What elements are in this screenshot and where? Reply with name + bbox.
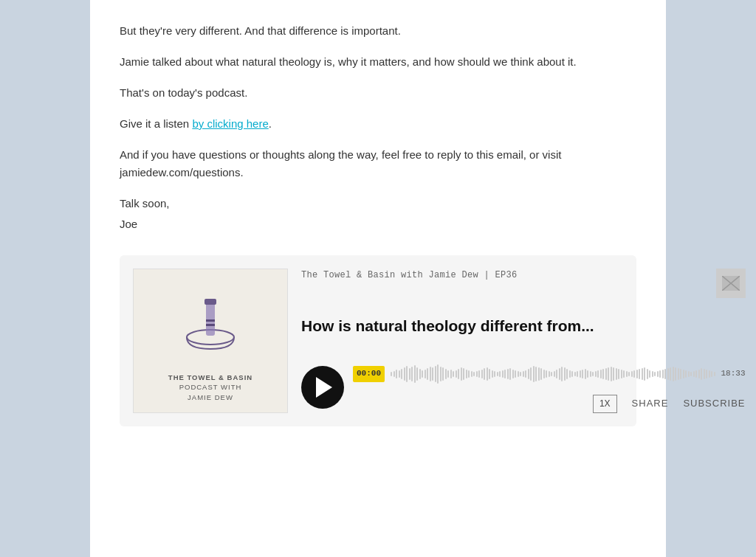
time-end: 18:33 [721,367,746,381]
click-here-link[interactable]: by clicking here [192,117,268,130]
talk-soon: Talk soon, [120,195,636,212]
time-start: 00:00 [353,366,385,382]
paragraph-3: That's on today's podcast. [120,84,636,102]
speed-badge[interactable]: 1X [593,395,617,413]
player-bottom-row: 1X SHARE SUBSCRIBE [353,395,746,413]
podcast-card: THE TOWEL & BASIN PODCAST WITH JAMIE DEW… [120,255,636,426]
share-button[interactable]: SHARE [632,396,669,412]
placeholder-icon [722,276,740,291]
show-name: THE TOWEL & BASIN [168,373,252,382]
svg-rect-4 [206,324,215,326]
subscribe-button[interactable]: SUBSCRIBE [683,396,745,412]
podcast-image-placeholder [716,269,746,298]
play-button[interactable] [301,366,344,409]
sender-name: Joe [120,215,636,233]
svg-rect-2 [205,299,216,305]
album-art-graphic [134,269,287,373]
p4-suffix: . [269,117,272,130]
host-name: JAMIE DEW [168,392,252,402]
podcast-info: The Towel & Basin with Jamie Dew | EP36 … [301,269,746,413]
paragraph-5: And if you have questions or thoughts al… [120,146,636,181]
waveform[interactable] [391,362,715,386]
waveform-area: 00:00 18:33 1X SHARE SUBSCRIBE [353,362,746,413]
podcast-meta-row: The Towel & Basin with Jamie Dew | EP36 [301,269,746,298]
podcast-with: PODCAST WITH [168,382,252,392]
album-art-svg [173,284,247,358]
p4-prefix: Give it a listen [120,117,192,130]
paragraph-4: Give it a listen by clicking here. [120,115,636,133]
paragraph-2: Jamie talked about what natural theology… [120,53,636,71]
podcast-album-art: THE TOWEL & BASIN PODCAST WITH JAMIE DEW [133,269,288,413]
podcast-title: How is natural theology different from..… [301,316,746,336]
album-text: THE TOWEL & BASIN PODCAST WITH JAMIE DEW [161,373,260,402]
waveform-bar-row: 00:00 18:33 [353,362,746,386]
paragraph-1: But they're very different. And that dif… [120,22,636,40]
play-icon [316,377,332,398]
podcast-meta-text: The Towel & Basin with Jamie Dew | EP36 [301,269,518,283]
player-controls: 00:00 18:33 1X SHARE SUBSCRIBE [301,362,746,413]
svg-rect-3 [206,319,215,322]
